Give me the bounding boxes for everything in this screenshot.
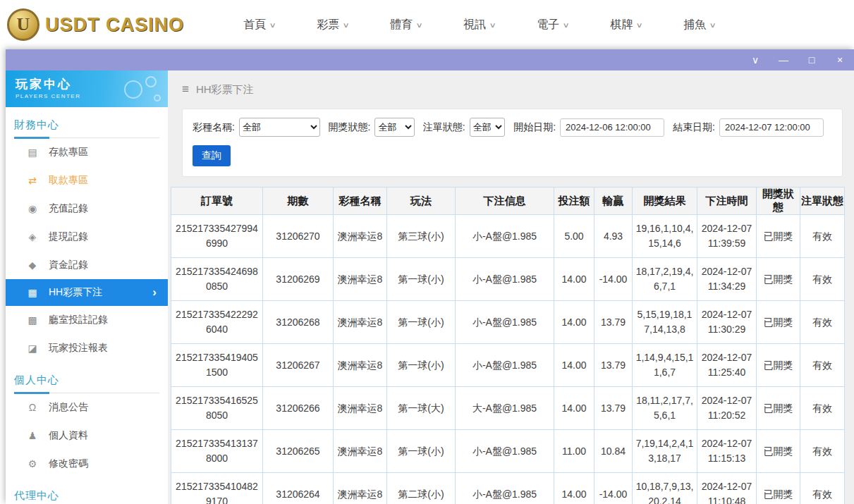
- nav-item-label: 棋牌: [610, 18, 633, 32]
- cell-lottery_name: 澳洲幸运8: [334, 344, 387, 387]
- cell-bet_amount: 14.00: [554, 301, 594, 344]
- sidebar-item-hh-lottery-bets[interactable]: ▦HH彩票下注›: [6, 279, 168, 306]
- nav-item-lottery[interactable]: 彩票∨: [296, 18, 370, 32]
- cell-draw_result: 10,18,7,9,13,20,2,14: [633, 473, 697, 504]
- window-collapse-icon[interactable]: ∨: [750, 49, 761, 70]
- col-header-bet_info: 下注信息: [456, 188, 554, 215]
- room-bet-records-icon: ▩: [27, 314, 38, 326]
- cell-period: 31206265: [263, 430, 334, 473]
- sidebar-item-withdrawal-records[interactable]: ◈提現記錄: [6, 223, 168, 251]
- cell-draw_result: 18,17,2,19,4,6,7,1: [633, 258, 697, 301]
- top-navigation: U USDT CASINO 首頁∨彩票∨體育∨視訊∨電子∨棋牌∨捕魚∨: [0, 0, 854, 49]
- window-maximize-icon[interactable]: □: [806, 49, 817, 70]
- cell-draw_status: 已開獎: [757, 473, 800, 504]
- cell-bet_info: 大-A盤@1.985: [456, 387, 554, 430]
- sidebar-item-label: 資金記錄: [49, 259, 88, 271]
- cell-win_loss: -14.00: [594, 473, 633, 504]
- nav-item-home[interactable]: 首頁∨: [223, 18, 296, 32]
- end-date-label: 結束日期:: [673, 121, 715, 134]
- cell-draw_result: 19,16,1,10,4,15,14,6: [633, 215, 697, 258]
- col-header-order_no: 訂單號: [171, 188, 263, 215]
- cell-draw_result: 7,19,14,2,4,13,18,17: [633, 430, 697, 473]
- sidebar-item-announcements[interactable]: Ω消息公告: [6, 393, 168, 422]
- cell-play_type: 第三球(小): [387, 215, 456, 258]
- cell-win_loss: 13.79: [594, 387, 633, 430]
- col-header-draw_status: 開獎狀態: [757, 188, 800, 215]
- sidebar-item-label: 玩家投注報表: [49, 342, 108, 355]
- table-row: 215217335422292604031206268澳洲幸运8第一球(小)小-…: [171, 301, 845, 344]
- page-title: HH彩票下注: [196, 83, 254, 97]
- fund-records-icon: ◆: [27, 259, 38, 271]
- cell-lottery_name: 澳洲幸运8: [334, 387, 387, 430]
- cell-period: 31206269: [263, 258, 334, 301]
- cell-play_type: 第一球(小): [387, 344, 456, 387]
- lottery-bets-icon: ▦: [27, 287, 38, 298]
- cell-bet_time: 2024-12-07 11:25:40: [697, 344, 757, 387]
- col-header-period: 期數: [263, 188, 334, 215]
- cell-lottery_name: 澳洲幸运8: [334, 301, 387, 344]
- sidebar-item-profile[interactable]: ♟個人資料: [6, 422, 168, 450]
- window-controls: ∨—□×: [750, 49, 846, 70]
- nav-item-label: 彩票: [317, 18, 339, 32]
- section-heading: 個人中心: [14, 374, 159, 393]
- nav-item-fishing[interactable]: 捕魚∨: [663, 18, 736, 32]
- site-logo[interactable]: U USDT CASINO: [7, 8, 184, 41]
- cell-bet_amount: 14.00: [554, 258, 594, 301]
- window-minimize-icon[interactable]: —: [778, 49, 789, 70]
- window-body: 玩家中心 PLAYERS CENTER 財務中心▤存款專區⇄取款專區◉充值記錄◈…: [6, 70, 854, 504]
- cell-bet_amount: 5.00: [554, 215, 594, 258]
- bet-status-select[interactable]: 全部: [470, 118, 506, 137]
- sidebar-item-label: 廳室投註記錄: [49, 314, 108, 326]
- col-header-bet_status: 注單狀態: [800, 188, 845, 215]
- cell-draw_status: 已開獎: [757, 215, 800, 258]
- col-header-play_type: 玩法: [387, 188, 456, 215]
- window-close-icon[interactable]: ×: [834, 49, 846, 70]
- cell-bet_amount: 11.00: [554, 430, 594, 473]
- draw-status-select[interactable]: 全部: [374, 118, 414, 137]
- sidebar-item-room-bet-records[interactable]: ▩廳室投註記錄: [6, 306, 168, 334]
- nav-item-label: 首頁: [243, 18, 266, 32]
- nav-item-label: 視訊: [463, 18, 486, 32]
- cell-order_no: 2152173354246980850: [171, 258, 263, 301]
- bet-report-icon: ◪: [27, 343, 38, 354]
- lottery-type-label: 彩種名稱:: [193, 121, 235, 134]
- cell-bet_amount: 14.00: [554, 387, 594, 430]
- col-header-win_loss: 輸贏: [594, 188, 633, 215]
- nav-item-video[interactable]: 視訊∨: [443, 18, 516, 32]
- cell-bet_info: 小-A盤@1.985: [456, 430, 554, 473]
- cell-lottery_name: 澳洲幸运8: [334, 258, 387, 301]
- sidebar-item-recharge-records[interactable]: ◉充值記錄: [6, 195, 168, 223]
- chevron-down-icon: ∨: [269, 21, 276, 29]
- menu-toggle-icon[interactable]: ≡: [182, 82, 189, 97]
- section-heading: 財務中心: [14, 118, 159, 138]
- controller-icon: [124, 75, 161, 103]
- sidebar-item-player-bet-report[interactable]: ◪玩家投注報表: [6, 334, 168, 362]
- nav-item-cards[interactable]: 棋牌∨: [590, 18, 663, 32]
- nav-item-slots[interactable]: 電子∨: [516, 18, 590, 32]
- start-date-input[interactable]: [560, 118, 664, 137]
- sidebar-item-label: HH彩票下注: [49, 286, 102, 299]
- sidebar-item-fund-records[interactable]: ◆資金記錄: [6, 251, 168, 279]
- cell-win_loss: 13.79: [594, 344, 633, 387]
- nav-item-sports[interactable]: 體育∨: [370, 18, 443, 32]
- cell-draw_status: 已開獎: [757, 387, 800, 430]
- table-row: 215217335413137800031206265澳洲幸运8第一球(小)小-…: [171, 430, 845, 473]
- sidebar-item-withdraw[interactable]: ⇄取款專區: [6, 166, 168, 195]
- bets-table: 訂單號期數彩種名稱玩法下注信息投注額輸贏開獎結果下注時間開獎狀態注單狀態 215…: [171, 187, 845, 504]
- sidebar: 玩家中心 PLAYERS CENTER 財務中心▤存款專區⇄取款專區◉充值記錄◈…: [6, 70, 168, 504]
- window-titlebar: ∨—□×: [6, 49, 854, 70]
- query-button[interactable]: 查詢: [193, 145, 231, 166]
- sidebar-item-label: 消息公告: [49, 401, 88, 414]
- sidebar-item-label: 存款專區: [49, 146, 88, 159]
- table-header-row: 訂單號期數彩種名稱玩法下注信息投注額輸贏開獎結果下注時間開獎狀態注單狀態: [171, 188, 845, 215]
- end-date-input[interactable]: [719, 118, 824, 137]
- sidebar-item-change-password[interactable]: ⚙修改密碼: [6, 450, 168, 478]
- sidebar-item-label: 取款專區: [49, 174, 88, 187]
- cell-order_no: 2152173354222926040: [171, 301, 263, 344]
- recharge-records-icon: ◉: [27, 203, 38, 214]
- cell-lottery_name: 澳洲幸运8: [334, 473, 387, 504]
- table-row: 215217335427994699031206270澳洲幸运8第三球(小)小-…: [171, 215, 845, 258]
- sidebar-item-deposit[interactable]: ▤存款專區: [6, 138, 168, 166]
- lottery-type-select[interactable]: 全部: [239, 118, 320, 137]
- main-nav: 首頁∨彩票∨體育∨視訊∨電子∨棋牌∨捕魚∨: [223, 18, 736, 32]
